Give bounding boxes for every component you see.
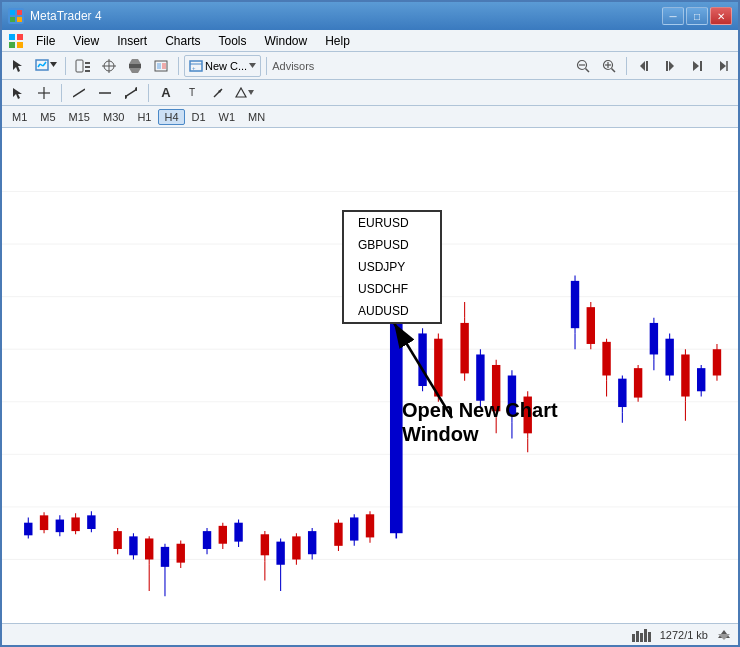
tf-m15[interactable]: M15 (63, 109, 96, 125)
hline-tool[interactable] (93, 82, 117, 104)
label-tool[interactable]: T (180, 82, 204, 104)
svg-rect-2 (10, 17, 15, 22)
zoom-in-button[interactable] (123, 55, 147, 77)
maximize-button[interactable]: □ (686, 7, 708, 25)
svg-marker-8 (13, 60, 22, 72)
new-chart-label: New C... (205, 60, 247, 72)
title-bar-left: MetaTrader 4 (8, 8, 102, 24)
tf-h4[interactable]: H4 (158, 109, 184, 125)
status-memory: 1272/1 kb (660, 629, 708, 641)
auto-scroll-button[interactable] (710, 55, 734, 77)
svg-rect-85 (161, 547, 169, 567)
menu-help[interactable]: Help (317, 32, 358, 50)
select-tool-button[interactable] (6, 55, 30, 77)
svg-rect-137 (602, 342, 610, 376)
dropdown-item-gbpusd[interactable]: GBPUSD (344, 234, 440, 256)
menu-bar: File View Insert Charts Tools Window Hel… (2, 30, 738, 52)
dropdown-item-usdchf[interactable]: USDCHF (344, 278, 440, 300)
svg-rect-118 (460, 323, 468, 373)
svg-marker-42 (693, 61, 699, 71)
svg-rect-148 (665, 339, 673, 376)
new-chart-button[interactable]: + New C... (184, 55, 261, 77)
scroll-right-button[interactable] (658, 55, 682, 77)
dropdown-item-usdjpy[interactable]: USDJPY (344, 256, 440, 278)
scroll-end-button[interactable] (684, 55, 708, 77)
svg-line-12 (43, 62, 46, 66)
svg-rect-1 (17, 10, 22, 15)
menu-tools[interactable]: Tools (211, 32, 255, 50)
line-tool[interactable] (67, 82, 91, 104)
minimize-button[interactable]: ─ (662, 7, 684, 25)
svg-rect-104 (308, 531, 316, 554)
svg-rect-72 (56, 520, 64, 533)
tf-mn[interactable]: MN (242, 109, 271, 125)
tf-m30[interactable]: M30 (97, 109, 130, 125)
menu-file[interactable]: File (28, 32, 63, 50)
svg-rect-140 (618, 379, 626, 407)
svg-rect-25 (157, 63, 161, 69)
timeframe-bar: M1 M5 M15 M30 H1 H4 D1 W1 MN (2, 106, 738, 128)
svg-rect-153 (697, 368, 705, 391)
svg-rect-110 (366, 514, 374, 537)
advisors-label: Advisors (272, 60, 314, 72)
new-chart-group[interactable] (32, 55, 60, 77)
svg-rect-126 (508, 376, 516, 416)
status-bar: 1272/1 kb (2, 623, 738, 645)
menu-insert[interactable]: Insert (109, 32, 155, 50)
crosshair-tool[interactable] (32, 82, 56, 104)
svg-text:+: + (192, 65, 196, 71)
svg-rect-159 (636, 631, 639, 642)
arrow-tool[interactable] (206, 82, 230, 104)
svg-rect-7 (17, 42, 23, 48)
crosshair-button[interactable] (97, 55, 121, 77)
status-right: 1272/1 kb (632, 628, 732, 642)
drawing-separator-2 (148, 84, 149, 102)
svg-rect-0 (10, 10, 15, 15)
svg-marker-57 (248, 90, 254, 95)
menu-window[interactable]: Window (257, 32, 316, 50)
svg-marker-22 (129, 59, 141, 64)
shape-tool[interactable] (232, 82, 257, 104)
expand-button[interactable] (149, 55, 173, 77)
tf-w1[interactable]: W1 (213, 109, 242, 125)
svg-rect-74 (71, 517, 79, 531)
tf-m5[interactable]: M5 (34, 109, 61, 125)
svg-rect-14 (76, 60, 83, 72)
tf-d1[interactable]: D1 (186, 109, 212, 125)
dropdown-item-eurusd[interactable]: EURUSD (344, 212, 440, 234)
svg-rect-162 (648, 632, 651, 642)
svg-rect-102 (292, 536, 300, 559)
svg-rect-80 (129, 536, 137, 555)
drawing-separator-1 (61, 84, 62, 102)
svg-rect-82 (145, 538, 153, 559)
svg-marker-30 (249, 63, 256, 68)
window-title: MetaTrader 4 (30, 9, 102, 23)
tf-m1[interactable]: M1 (6, 109, 33, 125)
symbol-dropdown[interactable]: EURUSD GBPUSD USDJPY USDCHF AUDUSD (342, 210, 442, 324)
close-button[interactable]: ✕ (710, 7, 732, 25)
svg-rect-39 (646, 61, 648, 71)
svg-marker-40 (669, 61, 674, 71)
main-toolbar: + New C... Advisors (2, 52, 738, 80)
menu-view[interactable]: View (65, 32, 107, 50)
scroll-left-button[interactable] (632, 55, 656, 77)
svg-rect-161 (644, 629, 647, 642)
svg-marker-46 (13, 88, 22, 99)
svg-rect-114 (418, 333, 426, 386)
svg-rect-26 (162, 63, 166, 69)
cursor-tool[interactable] (6, 82, 30, 104)
svg-rect-99 (276, 542, 284, 565)
svg-rect-92 (219, 526, 227, 544)
dropdown-item-audusd[interactable]: AUDUSD (344, 300, 440, 322)
svg-rect-143 (634, 368, 642, 397)
trendline-tool[interactable] (119, 82, 143, 104)
text-tool[interactable]: A (154, 82, 178, 104)
main-area: EURUSD GBPUSD USDJPY USDCHF AUDUSD Open … (2, 128, 738, 623)
tf-h1[interactable]: H1 (131, 109, 157, 125)
zoom-in-chart-button[interactable] (597, 55, 621, 77)
navigator-button[interactable] (71, 55, 95, 77)
zoom-out-chart-button[interactable] (571, 55, 595, 77)
svg-rect-160 (640, 633, 643, 642)
menu-charts[interactable]: Charts (157, 32, 208, 50)
svg-rect-96 (261, 534, 269, 555)
